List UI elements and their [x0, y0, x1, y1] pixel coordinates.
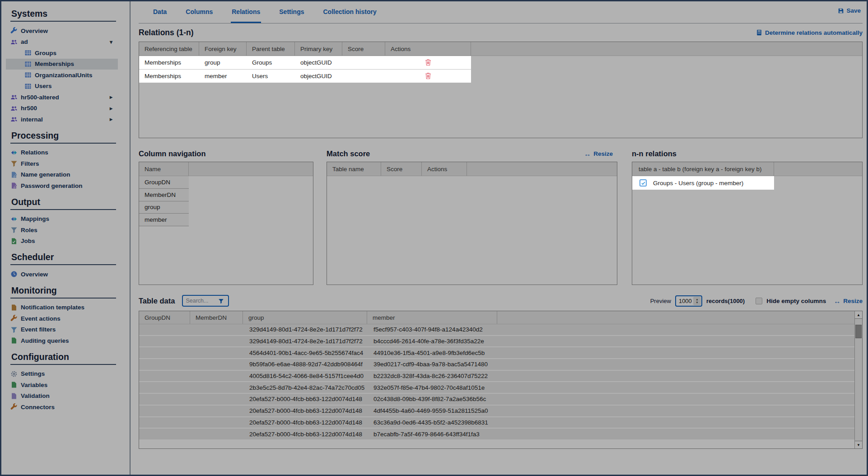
sidebar-item-label: hr500-altered — [21, 94, 59, 101]
sidebar-item-icon — [10, 149, 18, 156]
sidebar-item[interactable]: Filters — [6, 158, 118, 169]
sidebar-item[interactable]: ad ▾ — [6, 37, 118, 48]
group-cell: 20efa527-b000-4fcb-bb63-122d0074d148 — [243, 431, 367, 438]
table-row[interactable]: 9b59fa06-e6ae-4888-92d7-42ddb908464f 39e… — [139, 359, 854, 371]
sidebar-item[interactable]: Notification templates — [6, 302, 118, 313]
save-label: Save — [846, 7, 861, 14]
sidebar-item-icon — [24, 49, 32, 56]
sidebar-item-icon — [10, 326, 18, 333]
sidebar-item[interactable]: Name generation — [6, 169, 118, 181]
sidebar-section-systems: Systems Overview ad ▾ Groups — [10, 3, 130, 125]
sidebar-section-monitoring: Monitoring Notification templates Event … — [10, 280, 130, 346]
sidebar-item[interactable]: Groups — [6, 47, 118, 59]
vertical-scrollbar[interactable]: ▲ ▼ — [854, 311, 862, 448]
sidebar-item[interactable]: Event filters — [6, 324, 118, 336]
filter-funnel-icon[interactable] — [218, 298, 224, 304]
sidebar-item-label: internal — [21, 116, 43, 123]
sidebar-item[interactable]: Password generation — [6, 180, 118, 191]
chevron-icon[interactable]: ▾ — [110, 39, 112, 45]
sidebar-item[interactable]: Connectors — [6, 401, 118, 413]
table-row[interactable]: 329d4149-80d1-4724-8e2e-1d171d7f2f72 b4c… — [139, 336, 854, 348]
table-resize-link[interactable]: ↔ Resize — [834, 297, 863, 305]
sidebar-item[interactable]: Variables — [6, 379, 118, 391]
sidebar-item[interactable]: Roles — [6, 224, 118, 236]
sidebar-item-icon — [10, 337, 18, 344]
sidebar-item[interactable]: internal ▸ — [6, 114, 118, 125]
sidebar-item[interactable]: Event actions — [6, 313, 118, 324]
sidebar-item-label: Notification templates — [21, 304, 84, 311]
col-header: table a - table b (foreign key a - forei… — [632, 162, 774, 176]
parent-table-cell: Users — [247, 73, 295, 79]
nn-relations-title: n-n relations — [632, 149, 863, 158]
sidebar-item[interactable]: Jobs — [6, 236, 118, 247]
member-cell: 44910e36-1f5a-4501-a9e8-9fb3efd6ec5b — [367, 350, 497, 356]
delete-relation-button[interactable] — [424, 72, 433, 80]
preview-count-input[interactable] — [676, 298, 692, 304]
sidebar-item[interactable]: Users — [6, 81, 118, 92]
sidebar-item[interactable]: Settings — [6, 369, 118, 380]
table-row[interactable]: 20efa527-b000-4fcb-bb63-122d0074d148 02c… — [139, 394, 854, 406]
col-header: Score — [381, 162, 422, 176]
sidebar-item-icon — [10, 215, 18, 223]
spinner-up-icon[interactable]: ▲ — [695, 298, 698, 301]
sidebar-item[interactable]: Overview — [6, 25, 118, 37]
foreign-key-cell: group — [199, 59, 247, 66]
sidebar-item-label: Name generation — [21, 171, 70, 178]
sidebar-item[interactable]: Auditing queries — [6, 335, 118, 346]
sidebar-item[interactable]: hr500-altered ▸ — [6, 92, 118, 103]
save-button[interactable]: Save — [838, 7, 861, 14]
tab[interactable]: Settings — [278, 1, 305, 23]
table-row[interactable]: 4005d816-54c2-4066-8e84-5157f1cee4d0 b22… — [139, 371, 854, 383]
sidebar-item[interactable]: Memberships — [6, 59, 118, 70]
column-nav-item[interactable]: GroupDN — [139, 176, 189, 189]
sidebar-item[interactable]: Overview — [6, 269, 118, 280]
sidebar-item-label: Event filters — [21, 326, 56, 333]
column-nav-item[interactable]: group — [139, 201, 189, 214]
table-row[interactable]: 20efa527-b000-4fcb-bb63-122d0074d148 63c… — [139, 417, 854, 429]
scroll-up-icon[interactable]: ▲ — [855, 311, 862, 319]
table-row[interactable]: 20efa527-b000-4fcb-bb63-122d0074d148 4df… — [139, 406, 854, 417]
sidebar-item[interactable]: Relations — [6, 147, 118, 159]
tab[interactable]: Data — [152, 1, 168, 23]
col-header: MemberDN — [190, 311, 243, 324]
tab[interactable]: Collection history — [322, 1, 378, 23]
sidebar-item[interactable]: Mappings — [6, 214, 118, 225]
spinner-down-icon[interactable]: ▼ — [695, 301, 698, 304]
chevron-icon[interactable]: ▸ — [110, 94, 112, 100]
table-row[interactable]: 2b3e5c25-8d7b-42e4-82ac-74a72c70cd05 932… — [139, 382, 854, 394]
middle-titles-row: Column navigation Match score ↔ Resize n… — [139, 145, 863, 162]
sidebar-item[interactable]: Validation — [6, 391, 118, 402]
chevron-icon[interactable]: ▸ — [110, 116, 112, 122]
chevron-icon[interactable]: ▸ — [110, 105, 112, 112]
scrollbar-thumb[interactable] — [855, 325, 862, 338]
member-cell: b2232dc8-328f-43da-8c26-236407d75222 — [367, 373, 497, 379]
column-nav-item[interactable]: MemberDN — [139, 189, 189, 201]
relation-row[interactable]: Memberships member Users objectGUID — [139, 70, 471, 83]
delete-relation-button[interactable] — [424, 58, 433, 66]
sidebar-item[interactable]: hr500 ▸ — [6, 103, 118, 114]
number-spinner[interactable]: ▲▼ — [693, 297, 701, 305]
tab[interactable]: Relations — [231, 1, 261, 23]
scroll-down-icon[interactable]: ▼ — [855, 441, 862, 448]
group-cell: 2b3e5c25-8d7b-42e4-82ac-74a72c70cd05 — [243, 384, 367, 391]
nn-relation-checkbox[interactable] — [639, 179, 647, 187]
column-nav-item[interactable]: member — [139, 214, 189, 226]
sidebar-item-icon — [10, 116, 18, 123]
col-header: Parent table — [247, 42, 295, 56]
table-row[interactable]: 20efa527-b000-4fcb-bb63-122d0074d148 b7e… — [139, 429, 854, 440]
search-input[interactable] — [186, 298, 218, 304]
sidebar-item[interactable]: OrganizationalUnits — [6, 70, 118, 81]
sidebar-item-label: ad — [21, 38, 28, 45]
tab[interactable]: Columns — [185, 1, 214, 23]
resize-link[interactable]: ↔ Resize — [584, 150, 613, 158]
col-header: member — [367, 311, 497, 324]
table-row[interactable]: 329d4149-80d1-4724-8e2e-1d171d7f2f72 f5e… — [139, 324, 854, 336]
hide-empty-columns-checkbox[interactable] — [756, 298, 762, 304]
relation-row[interactable]: Memberships group Groups objectGUID — [139, 56, 471, 70]
nn-relation-row[interactable]: Groups - Users (group - member) — [632, 176, 774, 190]
table-row[interactable]: 4564d401-90b1-4acc-9e65-5b255674fac4 449… — [139, 347, 854, 359]
col-header: Actions — [385, 42, 471, 56]
trash-icon — [425, 59, 431, 66]
section-title: Processing — [10, 125, 116, 144]
determine-relations-button[interactable]: Determine relations automatically — [756, 29, 863, 36]
